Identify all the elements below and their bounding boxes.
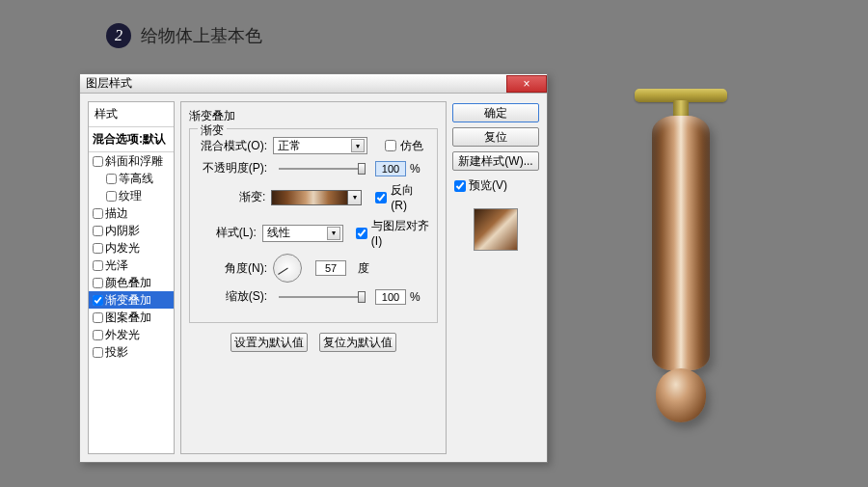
angle-unit: 度 [358,260,369,277]
sidebar-checkbox[interactable] [93,312,103,323]
preview-label: 预览(V) [469,177,507,194]
sidebar-checkbox[interactable] [106,191,117,202]
sidebar-checkbox[interactable] [93,347,103,358]
layer-style-dialog: 图层样式 × 样式 混合选项:默认 斜面和浮雕 等高线 纹理 描边 [79,73,548,463]
style-value: 线性 [267,225,290,241]
sidebar-item-drop-shadow[interactable]: 投影 [89,343,174,361]
style-label: 样式(L): [198,225,258,241]
sidebar-item-contour[interactable]: 等高线 [89,170,174,187]
close-button[interactable]: × [506,75,547,93]
sidebar-checkbox[interactable] [93,226,103,236]
sidebar-checkbox[interactable] [93,330,103,340]
sidebar-blend-options[interactable]: 混合选项:默认 [89,127,174,152]
sidebar-item-inner-glow[interactable]: 内发光 [89,239,174,257]
settings-panel: 渐变叠加 渐变 混合模式(O): 正常 ▾ 仿色 不透明度(P): [180,101,447,454]
preview-checkbox[interactable] [454,180,466,192]
reverse-checkbox[interactable] [375,192,387,203]
sidebar-item-label: 纹理 [119,189,142,203]
step-header: 2 给物体上基本色 [106,23,262,48]
scale-label: 缩放(S): [198,288,269,305]
sidebar-item-bevel[interactable]: 斜面和浮雕 [89,152,174,170]
sidebar-checkbox[interactable] [93,295,103,306]
scale-input[interactable] [375,289,406,305]
sidebar-item-label: 等高线 [119,172,153,185]
preview-thumbnail [474,208,518,251]
sidebar-item-label: 斜面和浮雕 [105,154,163,168]
chevron-down-icon: ▾ [351,139,365,152]
sidebar-item-color-overlay[interactable]: 颜色叠加 [89,274,174,291]
sidebar-item-satin[interactable]: 光泽 [89,257,174,274]
reset-button[interactable]: 复位 [452,127,539,147]
sidebar-checkbox[interactable] [93,156,103,167]
gradient-fieldset: 渐变 混合模式(O): 正常 ▾ 仿色 不透明度(P): [189,128,438,323]
chevron-down-icon: ▾ [327,227,340,240]
scale-unit: % [410,290,420,304]
close-icon: × [523,77,529,91]
sidebar-item-pattern-overlay[interactable]: 图案叠加 [89,309,174,326]
opacity-label: 不透明度(P): [198,160,269,176]
sidebar-item-label: 图案叠加 [105,311,151,324]
object-tip [656,368,706,422]
rendered-object [617,85,743,432]
fieldset-legend: 渐变 [198,122,227,139]
sidebar-item-label: 投影 [105,345,128,359]
style-select[interactable]: 线性 ▾ [262,225,343,242]
sidebar-checkbox[interactable] [93,260,103,271]
step-number-badge: 2 [106,23,131,48]
gradient-label: 渐变: [198,189,267,205]
align-label: 与图层对齐(I) [371,218,429,248]
ok-button[interactable]: 确定 [452,103,539,122]
gradient-dropdown-button[interactable]: ▾ [348,190,362,205]
dialog-titlebar: 图层样式 × [80,74,547,94]
reverse-label: 反向(R) [391,182,429,212]
sidebar-item-label: 内发光 [105,241,140,255]
opacity-unit: % [410,162,420,176]
set-default-button[interactable]: 设置为默认值 [231,333,308,352]
new-style-button[interactable]: 新建样式(W)... [452,151,539,171]
sidebar-item-label: 颜色叠加 [105,276,151,289]
object-body [652,116,710,370]
sidebar-item-texture[interactable]: 纹理 [89,187,174,204]
blend-mode-value: 正常 [278,138,301,154]
opacity-slider[interactable] [279,168,366,170]
slider-thumb[interactable] [358,163,366,175]
dialog-right-panel: 确定 复位 新建样式(W)... 预览(V) [452,101,539,454]
sidebar-item-gradient-overlay[interactable]: 渐变叠加 [89,291,174,309]
sidebar-item-inner-shadow[interactable]: 内阴影 [89,222,174,239]
align-checkbox[interactable] [356,228,367,239]
angle-dial[interactable] [273,254,302,283]
sidebar-item-label: 内阴影 [105,224,140,237]
blend-mode-select[interactable]: 正常 ▾ [273,137,367,154]
sidebar-heading[interactable]: 样式 [89,102,174,127]
dither-checkbox[interactable] [385,140,396,151]
sidebar-item-outer-glow[interactable]: 外发光 [89,326,174,343]
style-list-sidebar: 样式 混合选项:默认 斜面和浮雕 等高线 纹理 描边 内阴影 [88,101,175,454]
scale-slider[interactable] [279,296,366,298]
sidebar-item-label: 渐变叠加 [105,293,151,307]
reset-default-button[interactable]: 复位为默认值 [319,333,396,352]
sidebar-item-label: 光泽 [105,258,128,272]
sidebar-checkbox[interactable] [93,208,103,219]
opacity-input[interactable] [375,161,406,176]
gradient-picker[interactable] [271,190,348,205]
sidebar-item-stroke[interactable]: 描边 [89,204,174,222]
sidebar-item-label: 外发光 [105,328,140,341]
sidebar-item-label: 描边 [105,206,128,220]
angle-label: 角度(N): [198,260,269,277]
sidebar-checkbox[interactable] [106,174,117,184]
dither-label: 仿色 [400,138,423,154]
slider-thumb[interactable] [358,291,366,303]
sidebar-checkbox[interactable] [93,278,103,288]
blend-mode-label: 混合模式(O): [198,138,269,154]
dialog-title: 图层样式 [86,75,132,92]
step-title: 给物体上基本色 [141,24,262,47]
angle-input[interactable] [315,260,346,276]
sidebar-checkbox[interactable] [93,243,103,254]
